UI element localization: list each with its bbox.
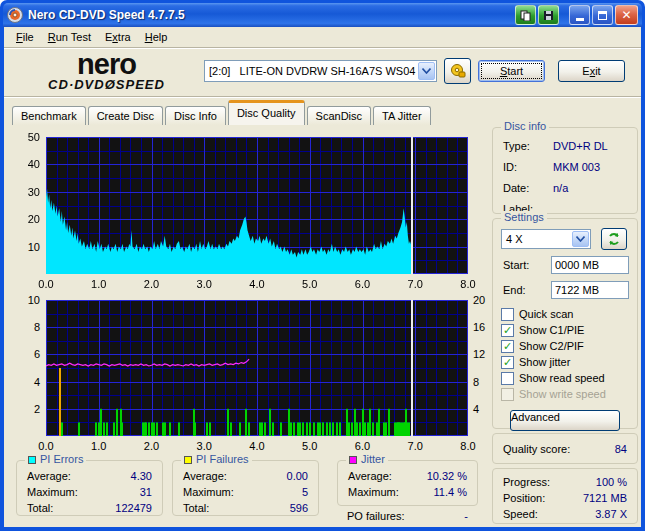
disc-glyph-icon: Ø (105, 77, 116, 92)
checkbox-box[interactable] (501, 372, 514, 385)
tab-disc-quality[interactable]: Disc Quality (228, 100, 305, 125)
pi-errors-row-maximum: Maximum:31 (17, 484, 162, 500)
separator (4, 96, 641, 98)
burn-eject-icon (450, 63, 466, 79)
tab-ta-jitter[interactable]: TA Jitter (373, 106, 431, 125)
checkbox-show-read-speed[interactable]: Show read speed (501, 370, 637, 386)
checkbox-show-c1-pie[interactable]: ✓Show C1/PIE (501, 322, 637, 338)
disc-info-label: Date: (503, 182, 553, 194)
client-area: FileRun TestExtraHelp nero CD·DVDØSPEED … (4, 27, 641, 527)
disc-info-value: MKM 003 (553, 161, 600, 173)
jitter-row-average: Average:10.32 % (338, 468, 477, 484)
menu-help[interactable]: Help (138, 29, 175, 45)
checkbox-box[interactable] (501, 308, 514, 321)
checkbox-box[interactable]: ✓ (501, 340, 514, 353)
maximize-icon (598, 11, 607, 20)
pi-errors-row-average: Average:4.30 (17, 468, 162, 484)
advanced-button[interactable]: Advanced (510, 410, 620, 431)
stat-label: Maximum: (27, 486, 78, 498)
close-button[interactable]: ✕ (615, 5, 638, 25)
chevron-down-icon (576, 236, 585, 242)
pi-errors-x-tick: 1.0 (84, 278, 114, 290)
eject-button[interactable] (444, 58, 471, 84)
minimize-icon (576, 18, 584, 21)
pi-errors-x-tick: 0.0 (31, 278, 61, 290)
pif-x-tick: 5.0 (295, 440, 325, 452)
speed-select[interactable]: 4 X (501, 229, 591, 249)
pif-x-tick: 7.0 (400, 440, 430, 452)
tab-create-disc[interactable]: Create Disc (88, 106, 163, 125)
pif-x-tick: 0.0 (31, 440, 61, 452)
stat-value: 0.00 (287, 470, 308, 482)
stat-label: Average: (27, 470, 71, 482)
menu-extra[interactable]: Extra (98, 29, 138, 45)
pi-errors-title: PI Errors (25, 453, 86, 465)
checkbox-box[interactable]: ✓ (501, 324, 514, 337)
tab-scandisc[interactable]: ScanDisc (307, 106, 371, 125)
pi-failures-row-average: Average:0.00 (173, 468, 318, 484)
stat-label: Average: (348, 470, 392, 482)
checkbox-label: Show write speed (519, 388, 606, 400)
progress-row-speed: Speed:3.87 X (493, 506, 637, 522)
exit-button[interactable]: Exit (558, 60, 625, 82)
disc-info-group: Disc info Type:DVD+R DLID:MKM 003Date:n/… (492, 127, 638, 214)
checkbox-box[interactable]: ✓ (501, 356, 514, 369)
speed-select-value: 4 X (502, 233, 571, 245)
copy-button[interactable] (515, 5, 536, 25)
progress-label: Position: (503, 492, 545, 504)
disc-info-label: ID: (503, 161, 553, 173)
pi-errors-y-tick: 20 (6, 213, 40, 225)
jitter-row-maximum: Maximum:11.4 % (338, 484, 477, 500)
quality-score-label: Quality score: (503, 443, 570, 455)
stat-value: 122479 (115, 502, 152, 514)
pi-errors-x-tick: 4.0 (242, 278, 272, 290)
menu-run-test[interactable]: Run Test (41, 29, 98, 45)
tab-disc-info[interactable]: Disc Info (165, 106, 226, 125)
nero-logo-word: nero (14, 52, 199, 77)
end-field[interactable] (551, 281, 629, 299)
pi-errors-chart-canvas (46, 137, 468, 274)
disc-info-value: n/a (553, 182, 568, 194)
pi-failures-jitter-chart (46, 300, 468, 436)
pi-errors-row-total: Total:122479 (17, 500, 162, 516)
stat-label: PO failures: (347, 510, 404, 522)
settings-group: Settings 4 X Start: End: (492, 218, 638, 429)
progress-label: Speed: (503, 508, 538, 520)
progress-group: Progress:100 %Position:7121 MBSpeed:3.87… (492, 468, 638, 524)
speed-select-dropdown-button[interactable] (572, 231, 589, 247)
start-field-label: Start: (503, 259, 551, 271)
start-button[interactable]: Start (478, 60, 545, 82)
stat-label: Maximum: (348, 486, 399, 498)
checkbox-show-c2-pif[interactable]: ✓Show C2/PIF (501, 338, 637, 354)
pif-x-tick: 3.0 (189, 440, 219, 452)
start-field[interactable] (551, 256, 629, 274)
pi-errors-x-tick: 2.0 (137, 278, 167, 290)
progress-row-progress: Progress:100 % (493, 474, 637, 490)
drive-select[interactable]: [2:0] LITE-ON DVDRW SH-16A7S WS04 (204, 60, 437, 82)
disc-info-title: Disc info (501, 120, 549, 132)
stat-label: Average: (183, 470, 227, 482)
maximize-button[interactable] (592, 5, 613, 25)
pi-errors-x-tick: 8.0 (453, 278, 483, 290)
pif-left-y-tick: 4 (6, 376, 40, 388)
progress-label: Progress: (503, 476, 550, 488)
menu-bar: FileRun TestExtraHelp (4, 27, 641, 47)
tab-benchmark[interactable]: Benchmark (12, 106, 86, 125)
pi-errors-x-tick: 6.0 (348, 278, 378, 290)
checkbox-label: Show jitter (519, 356, 570, 368)
app-icon (7, 7, 23, 23)
disc-info-row-date: Date:n/a (493, 177, 637, 198)
pi-errors-y-tick: 40 (6, 158, 40, 170)
drive-select-dropdown-button[interactable] (418, 62, 435, 80)
pif-x-tick: 1.0 (84, 440, 114, 452)
refresh-button[interactable] (601, 228, 627, 250)
save-button[interactable] (538, 5, 559, 25)
menu-file[interactable]: File (9, 29, 41, 45)
checkbox-quick-scan[interactable]: Quick scan (501, 306, 637, 322)
jitter-legend-icon (349, 456, 357, 464)
quality-score-group: Quality score: 84 (492, 433, 638, 464)
minimize-button[interactable] (569, 5, 590, 25)
pi-errors-x-tick: 7.0 (400, 278, 430, 290)
pi-errors-chart (46, 137, 468, 274)
checkbox-show-jitter[interactable]: ✓Show jitter (501, 354, 637, 370)
